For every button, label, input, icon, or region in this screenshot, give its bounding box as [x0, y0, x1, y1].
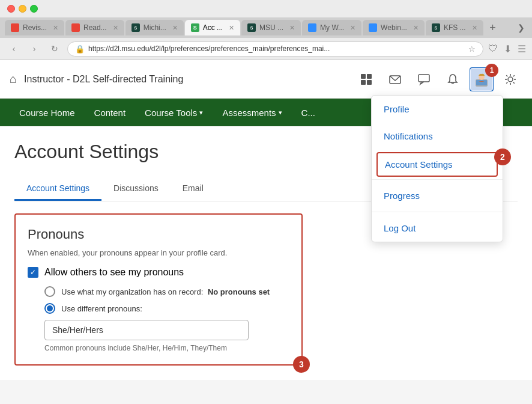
minimize-button[interactable] [19, 5, 26, 13]
dropdown-logout[interactable]: Log Out [372, 215, 503, 242]
chat-icon-button[interactable] [412, 67, 436, 91]
grid-icon-button[interactable] [354, 67, 378, 91]
radio-org-text: Use what my organization has on record: [61, 287, 203, 296]
forward-button[interactable]: › [26, 41, 42, 57]
radio-different-button[interactable] [44, 303, 55, 314]
app-header-left: ⌂ Instructor - D2L Self-directed Trainin… [10, 72, 354, 86]
step-badge-1: 1 [485, 64, 498, 77]
grid-icon [360, 73, 373, 86]
dropdown-notifications[interactable]: Notifications [372, 123, 503, 150]
radio-option-different[interactable]: Use different pronouns: [28, 303, 289, 314]
home-icon[interactable]: ⌂ [10, 72, 17, 86]
browser-tab-2[interactable]: S Michi... ✕ [125, 20, 184, 35]
radio-different-label: Use different pronouns: [61, 304, 142, 313]
svg-rect-5 [419, 75, 429, 82]
tab-label-6: Webin... [381, 23, 407, 32]
pronouns-input-field[interactable] [44, 320, 249, 340]
assessments-chevron: ▾ [279, 109, 282, 117]
svg-rect-1 [367, 74, 372, 79]
tab-account-settings[interactable]: Account Settings [14, 177, 101, 201]
nav-course-home[interactable]: Course Home [10, 99, 85, 126]
app-header-right: 1 [354, 67, 522, 91]
nav-course-tools[interactable]: Course Tools ▾ [135, 99, 213, 126]
tab-close-2[interactable]: ✕ [172, 24, 178, 32]
tab-favicon-4: S [247, 23, 256, 32]
title-bar [0, 0, 532, 17]
bell-icon [446, 73, 459, 86]
gear-icon [504, 73, 517, 86]
svg-rect-2 [361, 80, 366, 85]
settings-icon-button[interactable] [498, 67, 522, 91]
pronouns-title: Pronouns [28, 227, 289, 242]
dropdown-divider-2 [372, 212, 503, 212]
dropdown-divider-1 [372, 179, 503, 180]
bell-icon-button[interactable] [441, 67, 465, 91]
tab-close-4[interactable]: ✕ [289, 24, 295, 32]
browser-tabs: Revis... ✕ Read... ✕ S Michi... ✕ S Acc … [0, 17, 532, 38]
download-icon[interactable]: ⬇ [504, 43, 512, 55]
tab-label-0: Revis... [23, 23, 47, 32]
dropdown-progress[interactable]: Progress [372, 182, 503, 209]
pronouns-description: When enabled, your pronouns appear in yo… [28, 248, 289, 257]
tab-close-7[interactable]: ✕ [472, 24, 477, 32]
tab-label-2: Michi... [144, 23, 166, 32]
close-button[interactable] [7, 5, 15, 13]
radio-inner-dot [47, 305, 53, 311]
tab-close-3[interactable]: ✕ [229, 24, 234, 32]
shield-icon: 🛡 [488, 43, 498, 54]
nav-assessments[interactable]: Assessments ▾ [213, 99, 291, 126]
pronouns-hint: Common pronouns include She/Her, He/Him,… [44, 344, 289, 352]
dropdown-profile[interactable]: Profile [372, 96, 503, 123]
tab-close-1[interactable]: ✕ [113, 24, 118, 32]
app-title: Instructor - D2L Self-directed Training [24, 74, 183, 85]
tab-close-5[interactable]: ✕ [350, 24, 355, 32]
menu-icon[interactable]: ☰ [518, 43, 526, 55]
refresh-button[interactable]: ↻ [47, 41, 62, 57]
dropdown-account-settings[interactable]: Account Settings [376, 152, 498, 177]
tab-favicon-5 [308, 23, 316, 32]
back-button[interactable]: ‹ [6, 41, 22, 57]
allow-pronouns-label: Allow others to see my pronouns [44, 267, 184, 278]
browser-tab-3[interactable]: S Acc ... ✕ [185, 20, 240, 35]
browser-tab-6[interactable]: Webin... ✕ [363, 20, 425, 35]
radio-option-org[interactable]: Use what my organization has on record: … [28, 286, 289, 297]
radio-org-button[interactable] [44, 286, 55, 297]
tab-close-6[interactable]: ✕ [413, 24, 419, 32]
url-text: https://d2l.msu.edu/d2l/lp/preferences/p… [88, 44, 465, 53]
tab-discussions[interactable]: Discussions [101, 177, 171, 201]
traffic-lights [7, 5, 38, 13]
tab-close-0[interactable]: ✕ [53, 24, 58, 32]
bookmark-icon[interactable]: ☆ [468, 44, 476, 54]
nav-more[interactable]: C... [292, 99, 325, 126]
app-header: ⌂ Instructor - D2L Self-directed Trainin… [0, 60, 532, 99]
browser-tab-7[interactable]: S KFS ... ✕ [426, 20, 483, 35]
more-tabs-button[interactable]: ❯ [515, 23, 527, 32]
mail-icon-button[interactable] [383, 67, 407, 91]
tab-email[interactable]: Email [171, 177, 216, 201]
new-tab-button[interactable]: + [485, 19, 501, 36]
pronouns-input-container [44, 320, 289, 340]
nav-content[interactable]: Content [85, 99, 136, 126]
address-bar[interactable]: 🔒 https://d2l.msu.edu/d2l/lp/preferences… [67, 41, 483, 57]
browser-tab-4[interactable]: S MSU ... ✕ [241, 20, 301, 35]
radio-org-label: Use what my organization has on record: … [61, 287, 270, 296]
chat-icon [417, 73, 431, 86]
browser-tab-1[interactable]: Read... ✕ [65, 20, 124, 35]
lock-icon: 🔒 [75, 44, 85, 54]
allow-pronouns-checkbox[interactable]: ✓ [28, 267, 38, 278]
svg-rect-3 [367, 80, 372, 85]
tab-label-3: Acc ... [203, 23, 223, 32]
browser-tab-5[interactable]: My W... ✕ [302, 20, 361, 35]
tab-label-5: My W... [320, 23, 344, 32]
step-badge-3: 3 [293, 356, 310, 373]
maximize-button[interactable] [30, 5, 38, 13]
mail-icon [388, 73, 402, 86]
nav-more-label: C... [301, 108, 315, 118]
tab-account-settings-label: Account Settings [26, 183, 89, 193]
tab-label-1: Read... [83, 23, 107, 32]
step-badge-2: 2 [494, 148, 511, 165]
allow-pronouns-row[interactable]: ✓ Allow others to see my pronouns [28, 267, 289, 278]
browser-tab-0[interactable]: Revis... ✕ [5, 20, 64, 35]
course-tools-chevron: ▾ [199, 109, 203, 117]
profile-avatar-button[interactable]: 1 [470, 67, 494, 91]
